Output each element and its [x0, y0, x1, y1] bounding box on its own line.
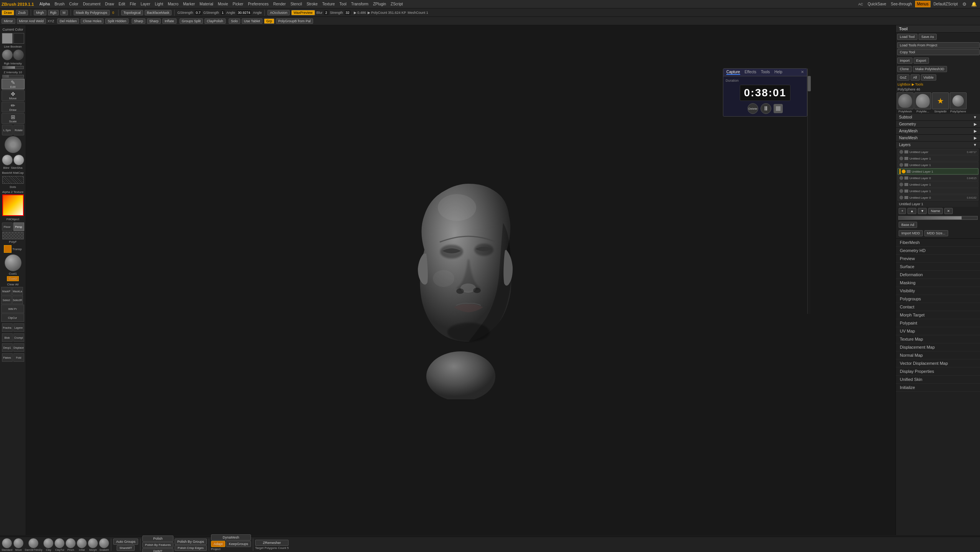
zsub-btn[interactable]: Zsub	[16, 10, 28, 15]
subtool-thumb-2[interactable]	[914, 92, 931, 109]
bottom-pinch[interactable]: Pinch	[66, 538, 76, 551]
save-as-btn[interactable]: Save As	[919, 34, 937, 40]
menu-render[interactable]: Render	[271, 1, 288, 7]
blur-value[interactable]: 2	[324, 10, 328, 15]
maskp-btn[interactable]: MaskP	[1, 287, 12, 295]
groups-split-btn[interactable]: Groups Split	[180, 18, 203, 24]
surface-item[interactable]: Surface	[896, 263, 980, 271]
alpha-texture-swatch[interactable]	[2, 194, 24, 216]
dots-pattern[interactable]	[2, 176, 24, 184]
menu-tool[interactable]: Tool	[337, 1, 349, 7]
scrollbar-thumb[interactable]	[808, 76, 811, 91]
canvas-area[interactable]: Capture Effects Tools Help ✕ Duration 0:…	[26, 25, 896, 535]
delete-btn[interactable]: Delete	[747, 103, 758, 114]
layer-row-1[interactable]: Untitled Layer 1	[898, 155, 978, 161]
displace-btn[interactable]: Displace	[13, 343, 24, 352]
menu-document[interactable]: Document	[81, 1, 103, 7]
normal-map-item[interactable]: Normal Map	[896, 351, 980, 359]
polish-by-features-btn[interactable]: Polish By Features	[142, 542, 173, 548]
brush-size-preview[interactable]	[5, 254, 21, 271]
lb-sphere2[interactable]	[13, 49, 24, 60]
displacement-map-item[interactable]: Displacement Map	[896, 343, 980, 351]
all-btn[interactable]: All	[911, 74, 920, 81]
layer-row-4[interactable]: Untitled Layer 0 0.84615	[898, 175, 978, 181]
morph-target-item[interactable]: Morph Target	[896, 311, 980, 319]
menu-zplugin[interactable]: ZPlugin	[371, 1, 388, 7]
menu-brush[interactable]: Brush	[52, 1, 67, 7]
floor-btn[interactable]: Floor	[2, 222, 13, 231]
rotate-btn[interactable]: Rotate	[13, 125, 24, 135]
nanomesh-section-title[interactable]: NanoMesh ▶	[896, 135, 980, 141]
auto-groups-btn[interactable]: Auto Groups	[113, 539, 138, 545]
adapt-btn[interactable]: Adapt	[211, 541, 226, 547]
default-script-btn[interactable]: DefaultZScript	[932, 1, 959, 7]
menu-movie[interactable]: Movie	[216, 1, 231, 7]
menus-btn[interactable]: Menus	[915, 1, 931, 7]
layer-row-6[interactable]: Untitled Layer 1	[898, 188, 978, 194]
subtool-thumb-3[interactable]: ★	[932, 92, 949, 109]
stop-btn[interactable]	[774, 104, 783, 113]
move-btn[interactable]: ✥ Move	[2, 90, 25, 101]
skin-sha-mat-btn[interactable]	[13, 155, 24, 165]
menu-file[interactable]: File	[127, 1, 138, 7]
layer-row-5[interactable]: Untitled Layer 1	[898, 181, 978, 188]
fibermesh-item[interactable]: FiberMesh	[896, 239, 980, 247]
wax-preview-btn[interactable]: WaxPreview	[291, 10, 315, 15]
bottom-claytul[interactable]: ClayTul	[54, 538, 64, 551]
layer-move-up-btn[interactable]: ▲	[907, 208, 916, 214]
polish-crisp-edges-btn[interactable]: Polish Crisp Edges	[175, 545, 207, 551]
decp1-btn[interactable]: Decp1	[2, 343, 13, 352]
menu-zscript[interactable]: ZScript	[388, 1, 405, 7]
bottom-snakeh[interactable]: SnakeH	[99, 538, 109, 551]
scale-btn[interactable]: ⊞ Scale	[2, 113, 25, 124]
subtool-section-title[interactable]: Subtool ▼	[896, 114, 980, 120]
grp-btn[interactable]: Grp	[264, 18, 274, 24]
menu-texture[interactable]: Texture	[320, 1, 337, 7]
polyf-pattern[interactable]	[2, 232, 24, 239]
gstrength-value[interactable]: 0.7	[195, 10, 202, 15]
menu-edit[interactable]: Edit	[116, 1, 127, 7]
flakes-btn[interactable]: Flakes	[2, 353, 13, 362]
effects-tab[interactable]: Effects	[745, 70, 756, 75]
load-tools-from-project-btn[interactable]: Load Tools From Project	[897, 42, 980, 48]
export-btn[interactable]: Export	[914, 58, 929, 64]
menu-macro[interactable]: Macro	[165, 1, 181, 7]
tools-tab[interactable]: Tools	[761, 70, 770, 75]
goz-btn[interactable]: GoZ	[897, 74, 909, 81]
color-swatch-fg[interactable]	[2, 33, 13, 44]
vertical-scrollbar[interactable]	[807, 68, 810, 314]
geometry-hd-item[interactable]: Geometry HD	[896, 247, 980, 255]
menu-marker[interactable]: Marker	[181, 1, 197, 7]
share-mt-btn[interactable]: ShareMT	[117, 545, 135, 551]
topological-btn[interactable]: Topological	[121, 10, 143, 15]
menu-transform[interactable]: Transform	[349, 1, 371, 7]
blob-btn[interactable]: Blob	[2, 333, 13, 342]
quick-save-btn[interactable]: QuickSave	[866, 1, 888, 7]
close-holes-btn[interactable]: Close Holes	[81, 18, 104, 24]
menu-material[interactable]: Material	[197, 1, 216, 7]
bottom-clay[interactable]: Clay	[43, 538, 53, 551]
mrgh-btn[interactable]: Mrgh	[34, 10, 46, 15]
select-btn[interactable]: Select	[1, 296, 12, 304]
menu-picker[interactable]: Picker	[230, 1, 246, 7]
lsym-btn[interactable]: L.Sym	[2, 125, 13, 135]
subtool-thumb-1[interactable]	[897, 92, 914, 109]
import-mdd-btn[interactable]: Import MDD	[899, 230, 923, 236]
bottom-damstrtrimdy[interactable]: DamStrTrimDy	[25, 538, 42, 551]
aocclusion-btn[interactable]: AOcclusion	[267, 10, 290, 15]
polypaint-from-pal-btn[interactable]: PolyGroupB from Pal	[276, 18, 313, 24]
visible-btn[interactable]: Visible	[921, 74, 936, 81]
layer-move-down-btn[interactable]: ▼	[918, 208, 927, 214]
clipcur-btn[interactable]: ClipCur	[1, 313, 24, 322]
layer-name-btn[interactable]: Name	[928, 208, 943, 214]
delmit-btn[interactable]: DelMT	[142, 548, 173, 552]
m-btn[interactable]: M	[60, 10, 68, 15]
menu-color[interactable]: Color	[67, 1, 81, 7]
bottom-inflat[interactable]: Inflat	[77, 538, 87, 551]
copy-tool-btn[interactable]: Copy Tool	[897, 49, 980, 55]
blinr-mat-btn[interactable]	[2, 155, 13, 165]
rgb-btn[interactable]: Rgb	[48, 10, 59, 15]
mirror-btn[interactable]: Mirror	[2, 18, 15, 24]
layer-row-3[interactable]: Untitled Layer 1	[898, 168, 978, 175]
edit-btn[interactable]: ✎ Edit	[2, 79, 25, 89]
